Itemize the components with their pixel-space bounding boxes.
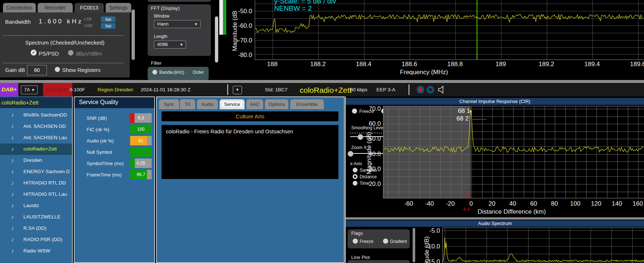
audio-spectrum-plot[interactable] — [442, 228, 644, 263]
metric-bar: 0.25 — [130, 159, 152, 168]
show-registers-radio[interactable] — [55, 67, 60, 72]
station-name: Ant. SACHSEN DD — [23, 123, 66, 129]
window-select[interactable]: Hann ▼ — [154, 20, 201, 28]
bandwidth-value: 1.600 kHz — [39, 18, 83, 25]
music-note-icon: ♪ — [11, 225, 14, 232]
audio-freeze-radio[interactable] — [353, 239, 358, 244]
station-list-item[interactable]: ♪Ant. SACHSEN Lau — [0, 132, 72, 144]
metric-label: FIC (ok %) — [87, 127, 109, 132]
tab-connection[interactable]: Connection — [3, 3, 36, 12]
gain-input[interactable] — [27, 65, 47, 75]
x-tick: 189.6 — [623, 61, 644, 68]
station-header: coloRadio+Zett — [0, 97, 72, 108]
metric-bar — [130, 147, 152, 157]
station-list-item[interactable]: ♪Radio WSW — [0, 245, 72, 257]
service-quality-rows: SNR (dB)6.3FIC (ok %)100Audio (ok %)81Nu… — [75, 97, 154, 262]
station-name: ENERGY Sachsen D — [23, 169, 70, 174]
usb-set-button[interactable]: Set — [101, 23, 115, 29]
mode-badge: DAB+ — [0, 83, 18, 96]
station-list-item[interactable]: ♪coloRadio+Zett — [0, 144, 72, 155]
program-type-box: Culture Arts — [162, 111, 338, 121]
station-name: coloRadio+Zett — [23, 146, 57, 152]
cir-plot[interactable]: 68 168 2 — [383, 106, 644, 198]
service-tab-bar: SyncTIIAudioServiceAACOptionsEnsemble — [157, 99, 344, 109]
tab-sync[interactable]: Sync — [159, 99, 179, 109]
mode-label: DAB+ — [0, 86, 18, 92]
bandw-radio[interactable] — [152, 70, 157, 75]
station-list-item[interactable]: ♪HITRADIO RTL DD — [0, 178, 72, 189]
station-name: LAUSITZWELLE — [23, 214, 60, 220]
audio-gradient-radio[interactable] — [383, 239, 388, 244]
audio-freeze-label: Freeze — [360, 239, 373, 244]
tab-options[interactable]: Options — [265, 99, 288, 109]
tab-settings[interactable]: Settings — [106, 3, 131, 12]
device-tab-bar: ConnectionRecorderFC0013Settings — [0, 3, 132, 12]
datetime-label: 2024-11-01 16:28:30 Z — [141, 83, 190, 96]
service-quality-panel: Service Quality SNR (dB)6.3FIC (ok %)100… — [74, 96, 155, 263]
audio-title-bar: Audio Spectrum — [346, 220, 644, 227]
station-list-item[interactable]: ♪LAUSITZWELLE — [0, 211, 72, 223]
stop-button[interactable] — [427, 86, 434, 94]
music-note-icon: ♪ — [11, 168, 14, 175]
cir-x-ticks: -60-40-20020406080100120140160 — [383, 200, 644, 207]
tab-audio[interactable]: Audio — [197, 99, 218, 109]
service-dropdown-button[interactable]: ▼ — [233, 86, 242, 94]
audio-panel-scrollbar[interactable] — [413, 228, 415, 262]
station-list-item[interactable]: ♪R.SA (DD) — [0, 223, 72, 234]
peak-annotation-2: 68 2 — [457, 115, 469, 122]
metric-value: 81 — [130, 138, 152, 143]
ps-psd-label: PS/PSD — [39, 50, 59, 57]
record-button[interactable] — [417, 86, 424, 94]
spectrum-y-ticks: -50.0-60.0-70.0-80.0 — [219, 0, 252, 60]
station-list-item[interactable]: ♪Dresden — [0, 155, 72, 166]
x-tick: 189.2 — [532, 61, 561, 68]
device-panel-scrollbar[interactable] — [132, 9, 135, 60]
service-detail-panel: SyncTIIAudioServiceAACOptionsEnsemble Cu… — [156, 96, 345, 263]
music-note-icon: ♪ — [11, 146, 14, 152]
stop-icon — [429, 88, 432, 91]
station-list-item[interactable]: ♪HITRADIO RTL Lau — [0, 189, 72, 200]
x-tick: 0 — [460, 200, 482, 207]
music-note-icon: ♪ — [11, 157, 14, 164]
ps-psd-checkbox[interactable]: ✔ — [31, 50, 37, 56]
bandw-label: Bandw.(kHz) — [159, 70, 184, 75]
station-list-item[interactable]: ♪ENERGY Sachsen D — [0, 166, 72, 178]
rf-spectrum-plot[interactable]: y-Scale: = 5 dB / divNENBW = 2 — [255, 0, 644, 60]
tab-recorder[interactable]: Recorder — [38, 3, 73, 12]
metric-label: Null Symbol — [87, 149, 112, 155]
length-select[interactable]: 4096 ▼ — [154, 41, 186, 49]
metric-value: 96.7 — [130, 172, 152, 177]
x-tick: 20 — [481, 200, 503, 207]
tab-service[interactable]: Service — [220, 99, 245, 109]
tab-ensemble[interactable]: Ensemble — [290, 99, 324, 109]
chevron-down-icon: ▼ — [179, 41, 183, 48]
mute-button[interactable] — [438, 85, 445, 95]
tab-aac[interactable]: AAC — [246, 99, 263, 109]
station-list-item[interactable]: ♪90s90s SachsenDD — [0, 110, 72, 121]
order-label: Order — [193, 70, 204, 75]
station-list-item[interactable]: ♪Lausitz — [0, 200, 72, 211]
music-note-icon: ♪ — [11, 180, 14, 186]
service-id: SId: 1BC7 — [265, 83, 288, 96]
music-note-icon: ♪ — [11, 236, 14, 243]
channel-select[interactable]: 7A ▼ — [21, 85, 38, 94]
application-window: ConnectionRecorderFC0013Settings Bandwid… — [0, 0, 644, 263]
station-list-item[interactable]: ♪RADIO PSR (DD) — [0, 234, 72, 245]
trace — [443, 228, 644, 263]
x-tick: -60 — [398, 200, 420, 207]
lsb-set-button[interactable]: Set — [101, 16, 115, 22]
gain-label: Gain dB — [5, 67, 25, 73]
channel-value: 7A — [24, 87, 30, 92]
metric-value: 0.25 — [130, 161, 152, 166]
metric-label: SymbolTime (ms) — [87, 161, 124, 166]
y-tick: 60.0 — [369, 120, 381, 127]
music-note-icon: ♪ — [11, 202, 14, 209]
station-list-item[interactable]: ♪Ant. SACHSEN DD — [0, 121, 72, 132]
dbuv-radio[interactable] — [68, 50, 73, 56]
horizontal-divider — [0, 80, 644, 83]
tab-tii[interactable]: TII — [180, 99, 195, 109]
fft-column-scrollbar[interactable] — [215, 16, 218, 62]
overlay-nenbw: NENBW = 2 — [274, 4, 312, 12]
marker-arrow-icon — [466, 194, 470, 197]
tab-fc0013[interactable]: FC0013 — [75, 3, 104, 12]
